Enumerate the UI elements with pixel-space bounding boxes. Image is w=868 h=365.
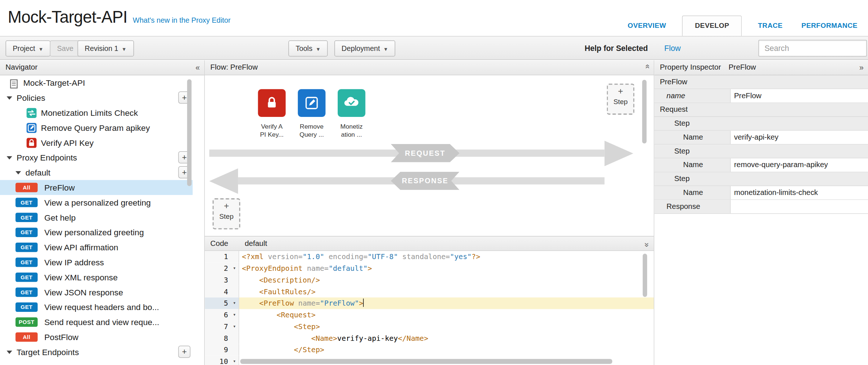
inspector-field-step-name[interactable]: Name monetization-limits-check: [654, 186, 868, 200]
flow-item-preflow[interactable]: All PreFlow: [0, 180, 193, 195]
cloud-check-icon: [338, 89, 366, 117]
search-input[interactable]: [758, 40, 867, 56]
flow-item[interactable]: GET View request headers and bo...: [0, 300, 193, 315]
flow-item[interactable]: GET View IP address: [0, 255, 193, 270]
field-key: Name: [654, 158, 731, 172]
add-target-endpoint-button[interactable]: +: [178, 346, 190, 358]
add-step-button-response[interactable]: + Step: [212, 198, 240, 229]
tools-menu-button[interactable]: Tools▼: [288, 40, 328, 56]
revision-menu-button[interactable]: Revision 1▼: [78, 40, 134, 56]
flow-item[interactable]: GET View a personalized greeting: [0, 195, 193, 210]
code-vertical-scrollbar[interactable]: [643, 254, 647, 297]
policy-label: Verify API Key: [41, 135, 94, 150]
fold-gutter: [230, 344, 239, 356]
flow-scrollbar[interactable]: [642, 80, 646, 144]
fold-arrow-icon[interactable]: ▾: [230, 355, 239, 365]
field-value[interactable]: verify-api-key: [731, 131, 868, 144]
whats-new-link[interactable]: What's new in the Proxy Editor: [133, 16, 231, 25]
flow-item-postflow[interactable]: All PostFlow: [0, 329, 193, 344]
policy-item-verify-api-key[interactable]: Verify API Key: [0, 135, 193, 150]
code-line[interactable]: 9 </Step>: [205, 344, 654, 356]
inspector-field-name[interactable]: name PreFlow: [654, 89, 868, 103]
flow-item[interactable]: GET View API affirmation: [0, 240, 193, 255]
navigator-tree: Mock-Target-API Policies + Monetization …: [0, 75, 193, 365]
flow-label: View IP address: [44, 255, 104, 270]
collapse-right-icon[interactable]: »: [859, 60, 864, 75]
flow-panel-header: Flow: PreFlow »: [205, 60, 654, 75]
field-value[interactable]: remove-query-param-apikey: [731, 158, 868, 172]
field-value[interactable]: PreFlow: [731, 89, 868, 102]
tab-develop[interactable]: DEVELOP: [682, 15, 742, 36]
policy-item-monetization[interactable]: Monetization Limits Check: [0, 105, 193, 120]
center-panel: Flow: PreFlow » Verify API Key...: [205, 60, 654, 365]
step-button-label: Step: [214, 213, 239, 220]
code-line[interactable]: 3 <Description/>: [205, 274, 654, 286]
save-button[interactable]: Save: [50, 40, 81, 56]
method-badge: All: [15, 332, 37, 342]
flow-canvas: Verify API Key... RemoveQuery ...: [205, 75, 654, 236]
flow-policy-label: RemoveQuery ...: [294, 122, 330, 139]
policy-label: Monetization Limits Check: [41, 105, 138, 120]
inspector-field-response[interactable]: Response: [654, 200, 868, 214]
section-policies[interactable]: Policies +: [0, 90, 193, 105]
inspector-field-step-name[interactable]: Name remove-query-param-apikey: [654, 158, 868, 172]
fold-arrow-icon[interactable]: ▾: [230, 309, 239, 321]
top-header: Mock-Target-API What's new in the Proxy …: [0, 0, 868, 36]
code-editor[interactable]: 1<?xml version="1.0" encoding="UTF-8" st…: [205, 251, 654, 365]
fold-arrow-icon[interactable]: ▾: [230, 298, 239, 309]
tab-overview[interactable]: OVERVIEW: [618, 22, 676, 36]
fold-gutter: [230, 274, 239, 286]
collapse-left-icon[interactable]: «: [196, 60, 200, 75]
line-number: 1: [205, 251, 230, 263]
code-line[interactable]: 6▾ <Request>: [205, 309, 654, 321]
fold-arrow-icon[interactable]: ▾: [230, 321, 239, 332]
field-key: Name: [654, 186, 731, 199]
inspector-subsection-step: Step: [654, 117, 868, 131]
code-line[interactable]: 1<?xml version="1.0" encoding="UTF-8" st…: [205, 251, 654, 263]
code-line[interactable]: 7▾ <Step>: [205, 321, 654, 332]
flow-policy-monetization[interactable]: Monetization ...: [334, 89, 369, 139]
navigator-scrollbar[interactable]: [187, 79, 192, 186]
deployment-menu-button[interactable]: Deployment▼: [334, 40, 396, 56]
response-arrowhead-icon: [209, 168, 238, 194]
collapse-up-icon[interactable]: »: [640, 64, 654, 69]
collapse-down-icon[interactable]: »: [640, 243, 654, 247]
tab-trace[interactable]: TRACE: [749, 22, 792, 36]
fold-arrow-icon[interactable]: ▾: [230, 262, 239, 274]
code-line[interactable]: 8 <Name>verify-api-key</Name>: [205, 332, 654, 344]
code-line[interactable]: 4 <FaultRules/>: [205, 286, 654, 298]
flow-item[interactable]: GET View XML response: [0, 270, 193, 285]
field-value[interactable]: [731, 200, 868, 213]
code-horizontal-scrollbar[interactable]: [240, 359, 612, 364]
group-default[interactable]: default +: [0, 165, 193, 180]
tab-performance[interactable]: PERFORMANCE: [792, 22, 867, 36]
line-number: 5: [205, 298, 230, 309]
section-target-endpoints[interactable]: Target Endpoints +: [0, 344, 193, 360]
pencil-icon: [27, 123, 37, 133]
flow-item[interactable]: GET View JSON response: [0, 285, 193, 300]
method-badge: All: [15, 183, 37, 192]
triangle-down-icon: [15, 171, 21, 174]
code-line[interactable]: 2▾<ProxyEndpoint name="default">: [205, 262, 654, 274]
help-for-selected-label: Help for Selected: [585, 44, 648, 52]
inspector-field-step-name[interactable]: Name verify-api-key: [654, 131, 868, 145]
nav-root-item[interactable]: Mock-Target-API: [0, 75, 193, 91]
line-number: 8: [205, 332, 230, 344]
flow-item[interactable]: GET View personalized greeting: [0, 225, 193, 240]
add-step-button-request[interactable]: + Step: [607, 84, 635, 115]
flow-policy-remove-query[interactable]: RemoveQuery ...: [294, 89, 330, 139]
method-badge: GET: [15, 287, 37, 297]
project-menu-button[interactable]: Project▼: [5, 40, 51, 56]
flow-item[interactable]: GET Get help: [0, 210, 193, 225]
fold-gutter: [230, 286, 239, 298]
section-proxy-endpoints[interactable]: Proxy Endpoints +: [0, 150, 193, 165]
chevron-down-icon: ▼: [38, 47, 43, 52]
field-value[interactable]: monetization-limits-check: [731, 186, 868, 199]
policy-item-remove-query[interactable]: Remove Query Param apikey: [0, 120, 193, 135]
code-line[interactable]: 5▾ <PreFlow name="PreFlow">: [205, 298, 654, 309]
help-flow-link[interactable]: Flow: [664, 44, 681, 52]
navigator-title: Navigator: [5, 63, 37, 71]
flow-policy-verify-api-key[interactable]: Verify API Key...: [254, 89, 290, 139]
flow-item[interactable]: POST Send request and view reque...: [0, 315, 193, 330]
flow-label: View request headers and bo...: [44, 300, 159, 315]
